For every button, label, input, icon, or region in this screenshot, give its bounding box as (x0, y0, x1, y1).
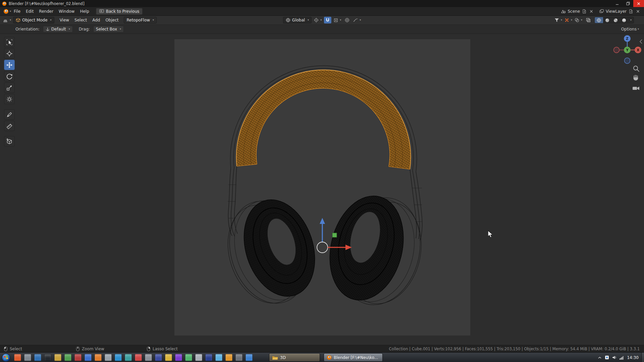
remove-viewlayer-icon[interactable] (635, 9, 641, 14)
tool-cursor[interactable] (4, 48, 15, 59)
proportional-falloff-button[interactable]: ▾ (353, 17, 361, 23)
hint-zoom-view: Zoom View (76, 345, 104, 353)
sidebar-toggle-icon[interactable] (640, 40, 642, 44)
menu-add[interactable]: Add (90, 17, 103, 23)
taskbar-window-3d[interactable]: 3D (269, 353, 320, 362)
selectability-filter-button[interactable]: ▾ (554, 17, 562, 23)
orientation-label: Orientation: (15, 27, 40, 32)
orientation-default-dropdown[interactable]: Default ▾ (43, 26, 73, 33)
start-button[interactable] (1, 353, 10, 362)
app-icon-06[interactable] (64, 354, 71, 361)
app-icon-22[interactable] (225, 354, 232, 361)
tool-add-cube[interactable] (4, 136, 15, 146)
proportional-editing-button[interactable] (343, 17, 351, 23)
app-icon-13[interactable] (135, 354, 142, 361)
tool-rotate[interactable] (4, 71, 15, 81)
app-icon-23[interactable] (235, 354, 243, 361)
viewport-3d[interactable]: Z X Y (0, 34, 644, 345)
viewport-camera-icon[interactable] (633, 87, 639, 90)
show-desktop-button[interactable] (641, 353, 644, 362)
show-overlays-button[interactable]: ▾ (575, 17, 582, 23)
viewport-canvas[interactable]: Z X Y (0, 34, 644, 345)
mode-selector[interactable]: Object Mode ▾ (13, 17, 54, 23)
menu-view[interactable]: View (57, 17, 72, 23)
tool-select-box[interactable] (4, 37, 15, 47)
taskbar-clock[interactable]: 14:30 (627, 355, 639, 360)
close-button[interactable] (633, 0, 644, 7)
retopoflow-menu[interactable]: RetopoFlow ▾ (124, 17, 157, 23)
app-icon-09[interactable] (95, 354, 102, 361)
restore-button[interactable] (623, 0, 633, 7)
system-tray: 14:30 (598, 353, 639, 362)
app-icon-14[interactable] (145, 354, 152, 361)
viewlayer-selector[interactable]: ViewLayer (599, 9, 641, 14)
app-icon-18[interactable] (185, 354, 192, 361)
tool-annotate[interactable] (4, 109, 15, 120)
app-icon-24[interactable] (246, 354, 253, 361)
xray-toggle-button[interactable] (585, 17, 592, 23)
minimize-button[interactable] (612, 0, 623, 7)
snap-target-button[interactable]: ▾ (334, 17, 341, 23)
back-to-previous-button[interactable]: Back to Previous (96, 8, 143, 15)
blender-menu-logo-icon[interactable]: ▾ (3, 9, 11, 14)
shading-rendered-button[interactable] (620, 17, 628, 23)
viewport-pan-hand-icon[interactable] (634, 75, 638, 80)
headband-selected[interactable] (236, 70, 411, 169)
new-scene-icon[interactable] (582, 9, 587, 14)
unlink-scene-icon[interactable] (589, 9, 594, 14)
shading-material-button[interactable] (611, 17, 620, 23)
app-icon-20[interactable] (205, 354, 212, 361)
menu-edit[interactable]: Edit (23, 8, 36, 15)
app-icon-04[interactable] (44, 354, 51, 361)
menu-select[interactable]: Select (72, 17, 90, 23)
show-gizmo-button[interactable]: ▾ (565, 17, 572, 23)
menu-window[interactable]: Window (56, 8, 77, 15)
app-icon-16[interactable] (165, 354, 172, 361)
navigation-gizmo[interactable]: Z X Y (614, 35, 642, 64)
app-icon-08[interactable] (85, 354, 92, 361)
menu-render[interactable]: Render (36, 8, 56, 15)
pivot-point-button[interactable]: ▾ (314, 17, 322, 23)
network-icon[interactable] (620, 356, 624, 360)
tool-move[interactable] (4, 60, 15, 70)
drag-mode-dropdown[interactable]: Select Box ▾ (93, 26, 124, 33)
headphones-model[interactable] (215, 66, 433, 314)
scene-selector[interactable]: Scene (561, 9, 594, 14)
tool-transform[interactable] (4, 94, 15, 104)
app-icon-01[interactable] (14, 354, 21, 361)
menu-file[interactable]: File (11, 8, 23, 15)
menu-object[interactable]: Object (103, 17, 121, 23)
tool-measure[interactable] (4, 121, 15, 131)
volume-icon[interactable] (612, 355, 616, 360)
xray-icon (586, 18, 591, 22)
orientation-selector[interactable]: Global ▾ (283, 17, 312, 23)
shading-solid-button[interactable] (603, 17, 611, 23)
app-icon-07[interactable] (74, 354, 82, 361)
app-icon-11[interactable] (115, 354, 122, 361)
app-icon-10[interactable] (105, 354, 112, 361)
pivot-icon (314, 18, 319, 22)
tray-expand-icon[interactable] (598, 356, 602, 359)
options-button[interactable]: Options ▾ (621, 27, 639, 32)
window-titlebar[interactable]: Blender [F:\#Neu\kopfhoerer_02.blend] (0, 0, 644, 7)
left-earcup[interactable] (215, 189, 328, 314)
app-icon-17[interactable] (175, 354, 182, 361)
app-icon-15[interactable] (155, 354, 162, 361)
app-icon-03[interactable] (34, 354, 41, 361)
app-icon-19[interactable] (195, 354, 202, 361)
tray-app-icon[interactable] (605, 355, 609, 360)
new-viewlayer-icon[interactable] (628, 9, 634, 14)
taskbar-window-blender[interactable]: Blender [F:\#Neu\ko... (324, 353, 383, 362)
viewport-zoom-icon[interactable] (634, 66, 639, 71)
tool-scale[interactable] (4, 82, 15, 93)
app-icon-02[interactable] (24, 354, 31, 361)
app-icon-05[interactable] (54, 354, 61, 361)
app-icon-21[interactable] (215, 354, 222, 361)
shading-wireframe-button[interactable] (595, 17, 603, 23)
menu-help[interactable]: Help (77, 8, 92, 15)
snap-toggle-button[interactable] (324, 17, 331, 23)
app-icon-12[interactable] (125, 354, 132, 361)
editor-type-button[interactable]: ▾ (3, 17, 11, 23)
shading-options-button[interactable]: ▾ (628, 17, 634, 23)
right-earcup[interactable] (319, 187, 432, 314)
